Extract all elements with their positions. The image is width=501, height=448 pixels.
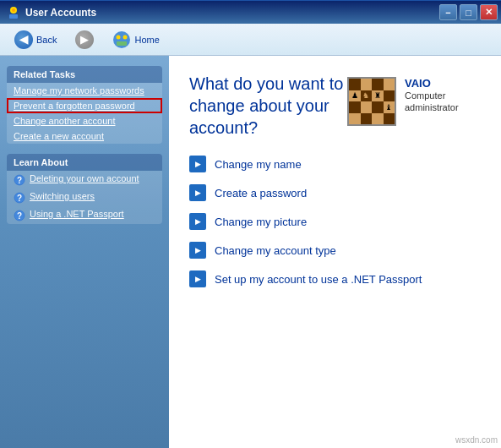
home-button[interactable]: Home (105, 27, 166, 52)
action-label-create-password: Create a password (215, 187, 307, 199)
svg-rect-6 (117, 41, 127, 46)
arrow-icon-1 (189, 156, 206, 172)
arrow-icon-4 (189, 242, 206, 259)
user-info: VAIO Computer administrator (405, 77, 481, 126)
user-role: Computer administrator (405, 90, 481, 114)
arrow-icon-2 (189, 184, 206, 201)
create-new-account-link[interactable]: Create a new account (7, 128, 162, 144)
learn-about-section: Learn About ? Deleting your own account … (7, 154, 162, 224)
window-title: User Accounts (25, 7, 96, 19)
watermark: wsxdn.com (455, 435, 498, 445)
home-icon (112, 30, 131, 49)
content-area: What do you want to change about your ac… (169, 56, 501, 448)
user-panel: ♟♞♜ ♝ VAIO Computer administrator (347, 77, 481, 126)
minimize-button[interactable]: − (439, 4, 457, 20)
switching-users-link[interactable]: Switching users (30, 191, 95, 201)
app-icon (7, 6, 20, 19)
action-label-change-picture: Change my picture (215, 216, 307, 228)
net-passport-link[interactable]: Using a .NET Passport (30, 209, 124, 219)
action-net-passport[interactable]: Set up my account to use a .NET Passport (189, 270, 481, 287)
toolbar: ◀ Back ▶ Home (0, 24, 501, 56)
help-icon-3: ? (14, 210, 25, 221)
learn-item-switching: ? Switching users (7, 188, 162, 206)
svg-rect-1 (9, 14, 18, 19)
help-icon-1: ? (14, 174, 25, 186)
action-change-account-type[interactable]: Change my account type (189, 242, 481, 259)
back-button[interactable]: ◀ Back (7, 27, 64, 52)
title-buttons: − □ ✕ (439, 4, 498, 20)
action-label-net-passport: Set up my account to use a .NET Passport (215, 273, 422, 286)
action-create-password[interactable]: Create a password (189, 184, 481, 201)
action-label-change-name: Change my name (215, 158, 302, 171)
related-tasks-section: Related Tasks Manage my network password… (7, 66, 162, 144)
user-name: VAIO (405, 77, 481, 90)
content-title: What do you want to change about your ac… (189, 73, 347, 139)
forward-button[interactable]: ▶ (68, 27, 101, 52)
action-change-picture[interactable]: Change my picture (189, 213, 481, 230)
change-another-account-link[interactable]: Change another account (7, 113, 162, 128)
svg-point-5 (123, 35, 128, 39)
main-container: Related Tasks Manage my network password… (0, 56, 501, 448)
title-bar: User Accounts − □ ✕ (0, 0, 501, 24)
prevent-forgotten-password-link[interactable]: Prevent a forgotten password (7, 98, 162, 113)
learn-item-deleting: ? Deleting your own account (7, 171, 162, 188)
close-button[interactable]: ✕ (480, 4, 498, 20)
sidebar: Related Tasks Manage my network password… (0, 56, 169, 448)
learn-item-passport: ? Using a .NET Passport (7, 206, 162, 224)
svg-point-4 (117, 35, 121, 39)
svg-point-2 (12, 8, 15, 12)
arrow-icon-3 (189, 213, 206, 230)
arrow-icon-5 (189, 270, 206, 287)
help-icon-2: ? (14, 192, 25, 204)
related-tasks-title: Related Tasks (7, 66, 162, 83)
svg-text:?: ? (17, 211, 22, 221)
maximize-button[interactable]: □ (460, 4, 477, 20)
action-change-name[interactable]: Change my name (189, 156, 481, 172)
manage-network-passwords-link[interactable]: Manage my network passwords (7, 83, 162, 98)
user-avatar: ♟♞♜ ♝ (347, 77, 396, 126)
forward-arrow-icon: ▶ (75, 30, 94, 49)
learn-about-title: Learn About (7, 154, 162, 171)
action-label-change-account-type: Change my account type (215, 244, 336, 257)
deleting-account-link[interactable]: Deleting your own account (30, 173, 139, 183)
back-arrow-icon: ◀ (14, 30, 33, 49)
home-label: Home (134, 35, 159, 45)
back-label: Back (36, 35, 57, 45)
svg-text:?: ? (17, 176, 22, 185)
svg-text:?: ? (17, 194, 22, 203)
